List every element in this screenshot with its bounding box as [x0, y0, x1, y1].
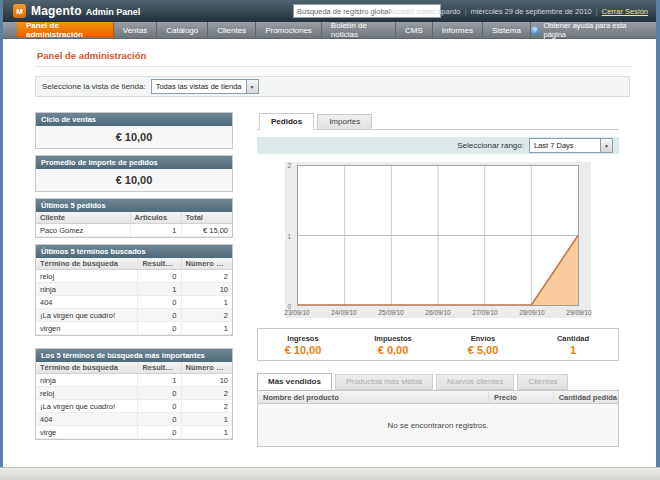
tab-pedidos[interactable]: Pedidos [259, 113, 314, 130]
main-navbar: Panel de administraciónVentasCatálogoCli… [3, 22, 656, 39]
table-cell: 1 [181, 413, 232, 426]
table-row[interactable]: reloj02 [36, 270, 232, 283]
y-axis-label: 2 [287, 162, 291, 169]
table-cell: 1 [181, 296, 232, 309]
table-header-row: Término de búsquedaResultadosNúmero de u… [36, 362, 232, 374]
table-row[interactable]: 40401 [36, 296, 232, 309]
column-header-articulos: Artículos [130, 212, 181, 224]
chevron-down-icon: ▼ [246, 80, 258, 93]
total-label: Cantidad [528, 334, 618, 343]
table-cell: 1 [130, 224, 181, 237]
orders-chart: 012 23/09/1024/09/1025/09/1026/09/1027/0… [257, 160, 619, 320]
tab-productos-mas-vistos[interactable]: Productos más vistos [335, 374, 433, 390]
nav-item-panel-de-administracion[interactable]: Panel de administración [17, 22, 114, 38]
panel-title: Ciclo de ventas [36, 113, 232, 126]
range-select[interactable]: Last 7 Days ▼ [529, 138, 613, 153]
column-header-cantidad-pedida: Cantidad pedida [553, 391, 618, 404]
store-view-select[interactable]: Todas las vistas de tienda ▼ [151, 79, 259, 94]
store-view-label: Seleccione la vista de tienda: [42, 82, 146, 91]
table-row[interactable]: ninja110 [36, 374, 232, 387]
grid-empty-message: No se encontraron registros. [258, 404, 618, 446]
table-cell: 0 [138, 296, 181, 309]
table-row[interactable]: virge01 [36, 426, 232, 439]
panel-title: Promedio de importe de pedidos [36, 156, 232, 169]
top-search-terms-panel: Los 5 términos de búsqueda más important… [35, 348, 233, 440]
table-cell: 2 [181, 400, 232, 413]
nav-item-catalogo[interactable]: Catálogo [157, 22, 208, 38]
table-cell: Paco Gomez [36, 224, 130, 237]
table-cell: ninja [36, 374, 138, 387]
logout-link[interactable]: Cerrar Sesión [602, 7, 648, 16]
table-cell: 0 [138, 309, 181, 322]
chart-area-series [298, 166, 578, 305]
table-cell: ¡La virgen que cuadro! [36, 309, 138, 322]
chart-x-axis: 23/09/1024/09/1025/09/1026/09/1027/09/10… [297, 309, 579, 319]
last-search-terms-table: Término de búsquedaResultadosNúmero de u… [36, 258, 232, 335]
header-separator: | [596, 7, 598, 16]
table-cell: virgen [36, 322, 138, 335]
header-bar: M Magento Admin Panel Accedió como apard… [3, 0, 656, 22]
table-cell: 0 [138, 270, 181, 283]
x-axis-label: 24/09/10 [331, 309, 356, 316]
tab-clientes[interactable]: Clientes [517, 374, 568, 390]
y-axis-label: 1 [287, 232, 291, 239]
table-cell: ninja [36, 283, 138, 296]
column-header-resultados: Resultados [138, 362, 181, 374]
report-tabs: Más vendidosProductos más vistosNuevos c… [257, 373, 619, 390]
dashboard-sidebar: Ciclo de ventas € 10,00 Promedio de impo… [35, 112, 233, 446]
screen-bottom-strip [0, 467, 660, 480]
brand-name: Magento [31, 4, 82, 18]
total-cantidad: Cantidad1 [528, 334, 618, 356]
table-cell: 1 [138, 374, 181, 387]
table-row[interactable]: 40401 [36, 413, 232, 426]
x-axis-label: 26/09/10 [425, 309, 450, 316]
table-row[interactable]: virgen01 [36, 322, 232, 335]
column-header-precio: Precio [488, 391, 553, 404]
x-axis-label: 25/09/10 [378, 309, 403, 316]
magento-logo[interactable]: M Magento Admin Panel [13, 4, 140, 18]
chart-plot-area [297, 165, 579, 306]
nav-item-boletin-de-noticias[interactable]: Boletín de noticias [322, 22, 396, 38]
dashboard-main: PedidosImportes Seleccionar rango: Last … [257, 112, 619, 447]
nav-item-informes[interactable]: Informes [433, 22, 483, 38]
table-cell: 0 [138, 413, 181, 426]
totals-bar: Ingresos€ 10,00Impuestos€ 0,00Envíos€ 5,… [257, 328, 619, 361]
table-row[interactable]: ninja110 [36, 283, 232, 296]
chart-y-axis: 012 [277, 165, 294, 306]
screen-edge-left [0, 0, 3, 468]
table-cell: 404 [36, 296, 138, 309]
table-cell: 0 [138, 322, 181, 335]
column-header-numero-de-usos: Número de usos [181, 258, 232, 270]
help-link[interactable]: ? Obtener ayuda para esta página [531, 22, 656, 38]
panel-title: Los 5 términos de búsqueda más important… [36, 349, 232, 362]
lifetime-sales-panel: Ciclo de ventas € 10,00 [35, 112, 233, 149]
table-cell: 1 [138, 283, 181, 296]
table-row[interactable]: ¡La virgen que cuadro!02 [36, 400, 232, 413]
tab-mas-vendidos[interactable]: Más vendidos [257, 373, 332, 391]
table-cell: 2 [181, 387, 232, 400]
nav-item-ventas[interactable]: Ventas [114, 22, 157, 38]
table-row[interactable]: ¡La virgen que cuadro!02 [36, 309, 232, 322]
header-separator: | [464, 7, 466, 16]
tab-nuevos-clientes[interactable]: Nuevos clientes [436, 374, 514, 390]
nav-item-clientes[interactable]: Clientes [208, 22, 256, 38]
table-cell: ¡La virgen que cuadro! [36, 400, 138, 413]
table-row[interactable]: reloj02 [36, 387, 232, 400]
table-row[interactable]: Paco Gomez1€ 15,00 [36, 224, 232, 237]
average-orders-panel: Promedio de importe de pedidos € 10,00 [35, 155, 233, 192]
nav-item-sistema[interactable]: Sistema [483, 22, 531, 38]
panel-title: Últimos 5 pedidos [36, 199, 232, 212]
total-ingresos: Ingresos€ 10,00 [258, 334, 348, 356]
table-cell: 1 [181, 322, 232, 335]
nav-item-promociones[interactable]: Promociones [256, 22, 322, 38]
tab-importes[interactable]: Importes [317, 114, 372, 129]
table-cell: 0 [138, 426, 181, 439]
table-header-row: Término de búsquedaResultadosNúmero de u… [36, 258, 232, 270]
x-axis-label: 29/09/10 [566, 309, 591, 316]
column-header-nombre-del-producto: Nombre del producto [258, 391, 488, 404]
chart-tabs: PedidosImportes [257, 112, 619, 130]
total-label: Impuestos [348, 334, 438, 343]
table-cell: 2 [181, 270, 232, 283]
table-cell: 10 [181, 283, 232, 296]
nav-item-cms[interactable]: CMS [396, 22, 433, 38]
